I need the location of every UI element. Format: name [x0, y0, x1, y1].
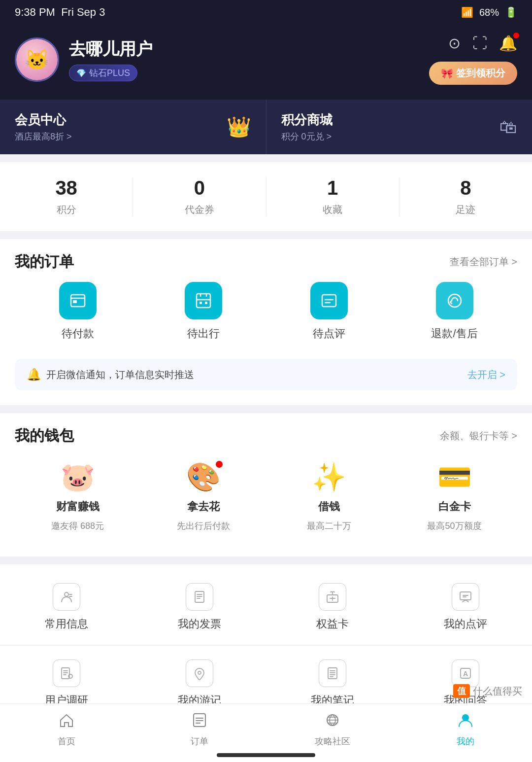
pending-trip-icon — [185, 282, 222, 319]
stat-footprints[interactable]: 8 足迹 — [399, 177, 532, 216]
stat-vouchers[interactable]: 0 代金券 — [133, 177, 266, 216]
wallet-desc-2: 最高二十万 — [307, 520, 351, 532]
order-pending-payment[interactable]: 待付款 — [15, 282, 140, 341]
wallet-link[interactable]: 余额、银行卡等 > — [440, 429, 517, 443]
wallet-header: 我的钱包 余额、银行卡等 > — [15, 413, 517, 456]
wallet-name-2: 借钱 — [318, 499, 340, 514]
grid-item-reviews[interactable]: 我的点评 — [399, 569, 532, 645]
crown-icon: 👑 — [227, 115, 251, 139]
wifi-icon: 📶 — [461, 6, 473, 18]
stat-num-points: 38 — [0, 177, 133, 199]
wechat-notice: 🔔 开启微信通知，订单信息实时推送 去开启 > — [15, 359, 517, 390]
common-info-icon — [53, 583, 80, 611]
stat-label-favorites: 收藏 — [266, 203, 399, 216]
order-pending-review[interactable]: 待点评 — [266, 282, 392, 341]
qa-icon: A — [452, 659, 479, 687]
points-card[interactable]: 积分商城 积分 0元兑 > 🛍 — [266, 100, 532, 154]
wallet-item-buy-later[interactable]: 🎨 拿去花 先出行后付款 — [140, 461, 266, 532]
mine-nav-icon — [457, 712, 474, 732]
wallet-desc-1: 先出行后付款 — [177, 520, 230, 532]
orders-section: 我的订单 查看全部订单 > 待付款 待出行 — [0, 239, 532, 405]
svg-point-6 — [448, 294, 461, 307]
wallet-name-3: 白金卡 — [438, 499, 471, 514]
grid-label-benefits: 权益卡 — [316, 617, 349, 631]
svg-rect-8 — [195, 591, 204, 602]
svg-rect-10 — [460, 592, 471, 600]
order-label-3: 退款/售后 — [431, 326, 477, 341]
bell-icon[interactable]: 🔔 — [499, 35, 517, 52]
checkin-button[interactable]: 🎀 签到领积分 — [429, 62, 517, 85]
order-refund[interactable]: 退款/售后 — [392, 282, 517, 341]
orders-header: 我的订单 查看全部订单 > — [15, 239, 517, 282]
grid-item-invoice[interactable]: 我的发票 — [133, 569, 266, 645]
svg-rect-2 — [197, 294, 210, 308]
svg-rect-1 — [73, 300, 77, 303]
stat-label-points: 积分 — [0, 203, 133, 216]
grid-label-reviews: 我的点评 — [444, 617, 487, 631]
stat-num-vouchers: 0 — [133, 177, 266, 199]
stat-label-footprints: 足迹 — [399, 203, 532, 216]
wallet-item-loan[interactable]: ✨ 借钱 最高二十万 — [266, 461, 392, 532]
grid-row-0: 常用信息 我的发票 权益卡 — [0, 569, 532, 646]
nav-home[interactable]: 首页 — [0, 712, 133, 747]
grid-label-invoice: 我的发票 — [178, 617, 221, 631]
platinum-card-icon: 💳 — [437, 461, 472, 493]
avatar[interactable]: 🐱 — [15, 37, 59, 82]
order-label-1: 待出行 — [187, 326, 220, 341]
points-subtitle: 积分 0元兑 > — [281, 131, 332, 142]
wallet-section: 我的钱包 余额、银行卡等 > 🐷 财富赚钱 邀友得 688元 🎨 拿去花 先出行… — [0, 413, 532, 556]
loan-icon: ✨ — [312, 461, 346, 493]
notification-dot — [216, 461, 223, 468]
scan-icon[interactable]: ⊙ — [448, 35, 461, 52]
grid-item-common-info[interactable]: 常用信息 — [0, 569, 133, 645]
user-info: 去哪儿用户 💎 钻石PLUS — [69, 38, 153, 81]
watermark: 值 什么值得买 — [453, 684, 522, 698]
nav-community[interactable]: 攻略社区 — [266, 712, 399, 747]
stat-num-favorites: 1 — [266, 177, 399, 199]
stat-label-vouchers: 代金券 — [133, 203, 266, 216]
svg-rect-3 — [200, 302, 202, 304]
header-left: 🐱 去哪儿用户 💎 钻石PLUS — [15, 37, 153, 82]
nav-orders[interactable]: 订单 — [133, 712, 266, 747]
svg-text:A: A — [463, 670, 468, 678]
stat-favorites[interactable]: 1 收藏 — [266, 177, 399, 216]
svg-point-13 — [198, 671, 201, 674]
orders-title: 我的订单 — [15, 252, 74, 272]
stat-points[interactable]: 38 积分 — [0, 177, 133, 216]
svg-point-28 — [463, 715, 468, 721]
svg-rect-4 — [205, 302, 207, 304]
travel-notes-icon — [186, 659, 213, 687]
refund-icon — [436, 282, 473, 319]
wechat-notice-link[interactable]: 去开启 > — [467, 368, 505, 381]
pending-payment-icon — [59, 282, 97, 319]
checkin-icon: 🎀 — [441, 68, 453, 79]
view-all-orders-link[interactable]: 查看全部订单 > — [450, 255, 517, 269]
status-right: 📶 68% 🔋 — [461, 6, 517, 18]
buy-later-icon: 🎨 — [186, 461, 221, 493]
nav-label-home: 首页 — [58, 735, 75, 747]
vip-badge: 💎 钻石PLUS — [69, 65, 137, 81]
user-name: 去哪儿用户 — [69, 38, 153, 61]
battery-icon: 🔋 — [505, 6, 517, 18]
member-center-card[interactable]: 会员中心 酒店最高8折 > 👑 — [0, 100, 266, 154]
svg-point-7 — [65, 592, 68, 596]
piggy-icon: 🐷 — [61, 461, 95, 493]
wallet-desc-3: 最高50万额度 — [427, 520, 481, 532]
nav-label-community: 攻略社区 — [315, 735, 350, 747]
invoice-icon — [186, 583, 213, 611]
status-time: 9:38 PM Fri Sep 3 — [15, 6, 105, 19]
member-subtitle: 酒店最高8折 > — [15, 131, 72, 142]
stat-num-footprints: 8 — [399, 177, 532, 199]
wallet-item-platinum[interactable]: 💳 白金卡 最高50万额度 — [392, 461, 517, 532]
pending-review-icon — [310, 282, 348, 319]
expand-icon[interactable]: ⛶ — [472, 35, 487, 52]
wallet-item-savings[interactable]: 🐷 财富赚钱 邀友得 688元 — [15, 461, 140, 532]
nav-mine[interactable]: 我的 — [399, 712, 532, 747]
wallet-name-1: 拿去花 — [187, 499, 220, 514]
order-pending-trip[interactable]: 待出行 — [140, 282, 266, 341]
points-title: 积分商城 — [281, 111, 332, 129]
reviews-icon — [452, 583, 479, 611]
orders-nav-icon — [191, 712, 208, 732]
header-icons: ⊙ ⛶ 🔔 — [448, 35, 517, 52]
grid-item-benefits[interactable]: 权益卡 — [266, 569, 399, 645]
